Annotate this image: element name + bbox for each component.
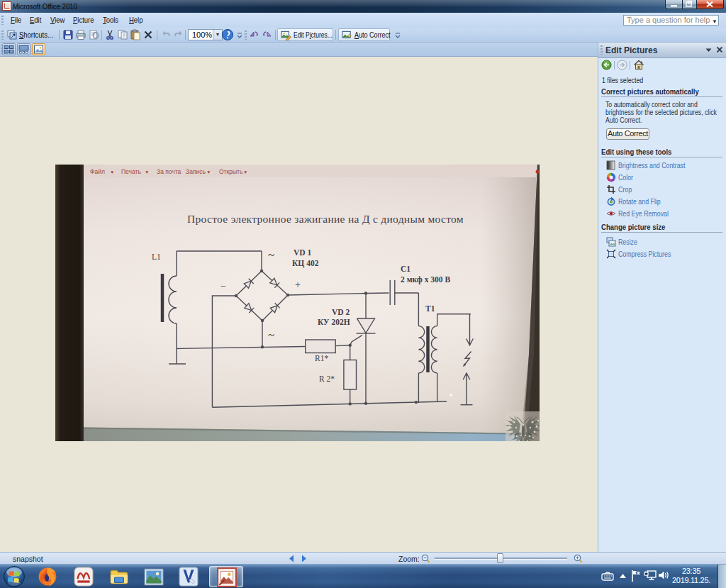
svg-text:~: ~ [268,248,274,262]
svg-text:VD 1: VD 1 [294,248,311,257]
svg-text:VD 2: VD 2 [332,308,350,316]
svg-text:▼: ▼ [243,170,247,174]
svg-text:▼: ▼ [206,170,211,174]
svg-text:~: ~ [268,328,274,342]
svg-text:▼: ▼ [110,170,114,174]
svg-text:−: − [220,281,226,292]
svg-text:Файл: Файл [90,168,105,175]
svg-text:R1*: R1* [315,354,328,362]
svg-text:L1: L1 [152,253,161,261]
svg-text:+: + [295,279,301,290]
svg-text:2 мкф x 300 В: 2 мкф x 300 В [401,275,450,284]
svg-text:C1: C1 [401,265,411,273]
svg-text:За почта: За почта [157,168,182,175]
svg-text:▼: ▼ [145,170,149,174]
svg-text:Запись: Запись [186,168,206,175]
svg-text:Печать: Печать [121,168,141,175]
svg-text:Открыть: Открыть [219,168,243,175]
svg-text:КЦ 402: КЦ 402 [292,259,319,268]
svg-text:КУ 202Н: КУ 202Н [318,318,350,326]
svg-text:R 2*: R 2* [319,375,335,383]
svg-text:Простое электронное зажигание: Простое электронное зажигание на Д с дио… [187,213,464,225]
svg-text:T1: T1 [425,304,435,313]
